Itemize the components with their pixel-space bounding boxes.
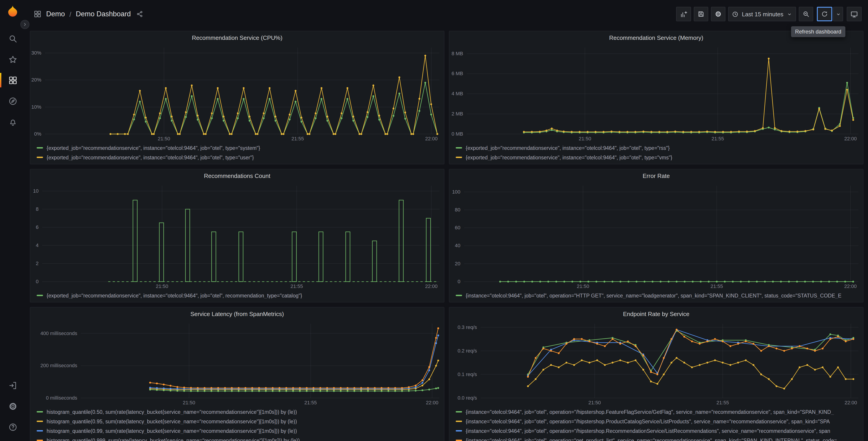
series-point (319, 387, 321, 389)
y-axis-label: 100 (452, 189, 461, 195)
series-point (845, 378, 846, 380)
series-point (644, 281, 645, 283)
refresh-interval-button[interactable] (833, 7, 843, 21)
chevron-right-icon (22, 22, 28, 27)
sidebar-item-configuration[interactable] (0, 396, 25, 416)
refresh-button[interactable] (817, 7, 832, 21)
series-point (776, 385, 777, 387)
chevron-down-icon (786, 11, 793, 17)
series-point (190, 387, 192, 389)
series-point (163, 383, 165, 385)
endpoint-rate-chart[interactable]: 0.0 req/s0.1 req/s0.2 req/s0.3 req/s21:5… (450, 320, 863, 406)
graph-plus-icon (680, 10, 687, 18)
add-panel-button[interactable] (676, 7, 691, 21)
series-point (676, 281, 678, 283)
dashboard-grid: Recommendation Service (CPU%) 0%10%20%30… (25, 31, 868, 441)
share-icon[interactable] (136, 10, 144, 18)
legend-item[interactable]: {exported_job="recommendationservice", i… (37, 153, 439, 162)
series-point (185, 111, 187, 113)
service-latency-chart[interactable]: 0 milliseconds200 milliseconds400 millis… (30, 320, 444, 406)
legend-item[interactable]: {exported_job="recommendationservice", i… (456, 153, 859, 162)
sidebar-item-alerting[interactable] (0, 111, 25, 132)
legend-item[interactable]: {instance="otelcol:9464", job="otel", op… (456, 407, 859, 416)
series-point (245, 387, 246, 389)
legend-item[interactable]: histogram_quantile(0.50, sum(rate(latenc… (37, 407, 439, 416)
service-latency-legend: histogram_quantile(0.50, sum(rate(latenc… (30, 406, 444, 441)
series-point (177, 133, 179, 135)
panel-title: Recommendation Service (Memory) (609, 34, 703, 41)
cpu-chart[interactable]: 0%10%20%30%21:5021:5522:00 (30, 44, 444, 142)
error-rate-chart[interactable]: 02040608010021:5021:5522:00 (450, 182, 863, 290)
series-point (367, 116, 368, 118)
series-point (627, 362, 629, 363)
time-picker-button[interactable]: Last 15 minutes (728, 7, 796, 21)
legend-series-label: {instance="otelcol:9464", job="otel", op… (466, 293, 841, 298)
series-point (145, 121, 147, 123)
apps-icon (8, 76, 18, 85)
legend-item[interactable]: histogram_quantile(0.95, sum(rate(latenc… (37, 416, 439, 426)
series-point (527, 385, 529, 387)
legend-item[interactable]: {instance="otelcol:9464", job="otel", op… (456, 436, 859, 441)
series-point (546, 129, 547, 131)
memory-chart[interactable]: 0 MB2 MB4 MB6 MB8 MB21:5021:5522:00 (450, 44, 863, 142)
series-point (565, 362, 567, 363)
series-point (315, 117, 316, 119)
series-point (620, 281, 621, 283)
x-axis-label: 22:00 (426, 400, 438, 406)
legend-item[interactable]: {exported_job="recommendationservice", i… (456, 143, 859, 153)
gear-icon (8, 401, 18, 411)
sidebar-item-explore[interactable] (0, 91, 25, 111)
monitor-icon (850, 10, 858, 18)
dashboard-settings-button[interactable] (711, 7, 725, 21)
series-point (745, 359, 747, 361)
legend-series-label: histogram_quantile(0.50, sum(rate(latenc… (46, 409, 297, 414)
sidebar-item-help[interactable] (0, 416, 25, 437)
sidebar-item-starred[interactable] (0, 49, 25, 70)
legend-item[interactable]: {instance="otelcol:9464", job="otel", op… (456, 416, 859, 426)
series-point (437, 387, 439, 389)
series-point (774, 127, 776, 129)
series-point (151, 133, 153, 135)
sidebar-item-sign-in[interactable] (0, 375, 25, 396)
zoom-out-button[interactable] (799, 7, 813, 21)
series-point (730, 131, 732, 133)
series-point (846, 89, 848, 91)
legend-item[interactable]: histogram_quantile(0.99, sum(rate(latenc… (37, 426, 439, 436)
series-point (768, 378, 770, 380)
gear-icon (715, 10, 722, 18)
breadcrumb-title[interactable]: Demo Dashboard (76, 10, 131, 18)
y-axis-label: 10% (31, 104, 41, 110)
breadcrumb-folder[interactable]: Demo (46, 10, 65, 18)
sidebar-item-search[interactable] (0, 28, 25, 49)
grafana-logo[interactable] (6, 4, 20, 20)
sidebar-expand-button[interactable] (20, 20, 29, 29)
panel-title-bar[interactable]: Recommendation Service (CPU%) (30, 31, 444, 44)
save-dashboard-button[interactable] (694, 7, 708, 21)
series-point (269, 87, 270, 89)
cycle-view-button[interactable] (847, 7, 862, 21)
series-point (341, 113, 342, 114)
series-point (581, 359, 583, 361)
legend-series-label: {instance="otelcol:9464", job="otel", op… (466, 409, 834, 414)
legend-item[interactable]: {instance="otelcol:9464", job="otel", op… (456, 291, 859, 300)
panel-title-bar[interactable]: Error Rate (450, 169, 863, 182)
series-point (422, 379, 423, 381)
legend-item[interactable]: {exported_job="recommendationservice", i… (37, 291, 439, 300)
series-point (191, 95, 192, 97)
legend-item[interactable]: histogram_quantile(0.999, sum(rate(laten… (37, 436, 439, 441)
series-point (722, 341, 724, 342)
series-point (185, 116, 187, 118)
panel-title-bar[interactable]: Recommendations Count (30, 169, 444, 182)
recommendations-count-chart[interactable]: 024681021:5021:5522:00 (30, 182, 444, 290)
sidebar-item-dashboards[interactable] (0, 70, 25, 91)
panel-title-bar[interactable]: Service Latency (from SpanMetrics) (30, 307, 444, 320)
series-point (829, 333, 831, 335)
series-point (269, 98, 270, 100)
legend-item[interactable]: {instance="otelcol:9464", job="otel", op… (456, 426, 859, 436)
series-point (604, 364, 606, 366)
legend-item[interactable]: {exported_job="recommendationservice", i… (37, 143, 439, 153)
panel-title-bar[interactable]: Endpoint Rate by Service (450, 307, 863, 320)
y-axis-label: 10 (33, 188, 38, 194)
sidebar (0, 0, 25, 441)
series-point (217, 87, 219, 89)
